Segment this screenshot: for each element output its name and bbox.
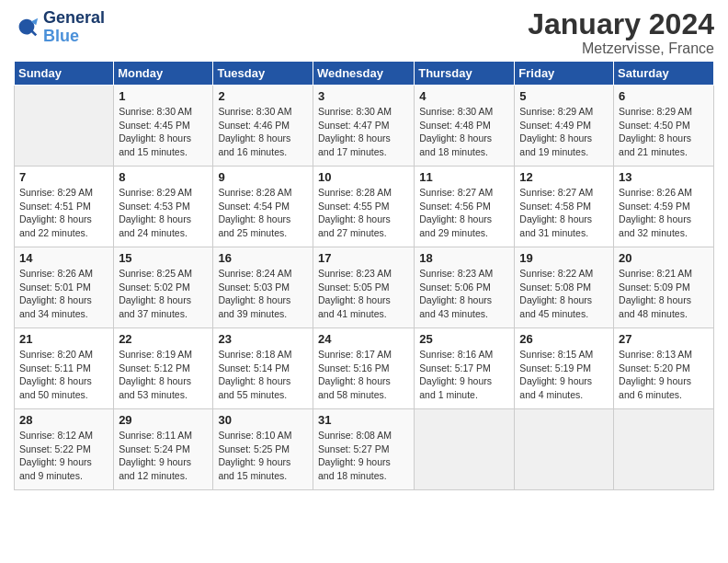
- calendar-cell: 6Sunrise: 8:29 AMSunset: 4:50 PMDaylight…: [614, 86, 714, 167]
- day-info: Sunrise: 8:15 AMSunset: 5:19 PMDaylight:…: [519, 348, 609, 402]
- calendar-cell: 23Sunrise: 8:18 AMSunset: 5:14 PMDayligh…: [213, 328, 313, 409]
- day-info: Sunrise: 8:23 AMSunset: 5:05 PMDaylight:…: [318, 267, 409, 321]
- day-number: 12: [519, 170, 609, 184]
- calendar-cell: 13Sunrise: 8:26 AMSunset: 4:59 PMDayligh…: [614, 167, 714, 247]
- calendar-cell: 1Sunrise: 8:30 AMSunset: 4:45 PMDaylight…: [114, 86, 213, 167]
- calendar-cell: 8Sunrise: 8:29 AMSunset: 4:53 PMDaylight…: [114, 167, 213, 247]
- day-number: 25: [419, 332, 509, 346]
- calendar-week-row: 14Sunrise: 8:26 AMSunset: 5:01 PMDayligh…: [15, 247, 714, 328]
- calendar-cell: 22Sunrise: 8:19 AMSunset: 5:12 PMDayligh…: [114, 328, 213, 409]
- day-info: Sunrise: 8:27 AMSunset: 4:56 PMDaylight:…: [419, 186, 509, 240]
- day-number: 23: [218, 332, 308, 346]
- day-info: Sunrise: 8:29 AMSunset: 4:53 PMDaylight:…: [119, 186, 208, 240]
- day-number: 20: [619, 251, 709, 265]
- day-info: Sunrise: 8:13 AMSunset: 5:20 PMDaylight:…: [619, 348, 709, 402]
- day-number: 18: [419, 251, 509, 265]
- location: Metzervisse, France: [528, 40, 714, 57]
- day-info: Sunrise: 8:23 AMSunset: 5:06 PMDaylight:…: [419, 267, 509, 321]
- day-info: Sunrise: 8:29 AMSunset: 4:50 PMDaylight:…: [619, 105, 709, 159]
- header: General Blue January 2024 Metzervisse, F…: [14, 9, 714, 57]
- calendar-cell: 9Sunrise: 8:28 AMSunset: 4:54 PMDaylight…: [213, 167, 313, 247]
- day-info: Sunrise: 8:19 AMSunset: 5:12 PMDaylight:…: [119, 348, 208, 402]
- day-number: 17: [318, 251, 409, 265]
- day-number: 11: [419, 170, 509, 184]
- logo-icon: [14, 15, 40, 40]
- day-info: Sunrise: 8:10 AMSunset: 5:25 PMDaylight:…: [218, 429, 308, 483]
- day-number: 19: [519, 251, 609, 265]
- calendar-cell: 19Sunrise: 8:22 AMSunset: 5:08 PMDayligh…: [515, 247, 614, 328]
- day-number: 28: [19, 413, 108, 427]
- calendar-header: Sunday Monday Tuesday Wednesday Thursday…: [15, 62, 714, 86]
- day-number: 16: [218, 251, 308, 265]
- calendar-cell: 7Sunrise: 8:29 AMSunset: 4:51 PMDaylight…: [15, 167, 114, 247]
- day-number: 7: [19, 170, 108, 184]
- col-thursday: Thursday: [415, 62, 515, 86]
- day-info: Sunrise: 8:21 AMSunset: 5:09 PMDaylight:…: [619, 267, 709, 321]
- day-info: Sunrise: 8:18 AMSunset: 5:14 PMDaylight:…: [218, 348, 308, 402]
- calendar-cell: 18Sunrise: 8:23 AMSunset: 5:06 PMDayligh…: [415, 247, 515, 328]
- day-number: 6: [619, 89, 709, 103]
- calendar-week-row: 21Sunrise: 8:20 AMSunset: 5:11 PMDayligh…: [15, 328, 714, 409]
- day-info: Sunrise: 8:12 AMSunset: 5:22 PMDaylight:…: [19, 429, 108, 483]
- calendar-cell: 21Sunrise: 8:20 AMSunset: 5:11 PMDayligh…: [15, 328, 114, 409]
- calendar-cell: [415, 409, 515, 490]
- logo: General Blue: [14, 9, 105, 46]
- day-number: 10: [318, 170, 409, 184]
- day-number: 26: [519, 332, 609, 346]
- day-info: Sunrise: 8:30 AMSunset: 4:47 PMDaylight:…: [318, 105, 409, 159]
- col-monday: Monday: [114, 62, 213, 86]
- page-container: General Blue January 2024 Metzervisse, F…: [0, 0, 728, 500]
- calendar: Sunday Monday Tuesday Wednesday Thursday…: [14, 61, 714, 490]
- day-info: Sunrise: 8:29 AMSunset: 4:51 PMDaylight:…: [19, 186, 108, 240]
- calendar-week-row: 1Sunrise: 8:30 AMSunset: 4:45 PMDaylight…: [15, 86, 714, 167]
- calendar-body: 1Sunrise: 8:30 AMSunset: 4:45 PMDaylight…: [15, 86, 714, 490]
- day-info: Sunrise: 8:11 AMSunset: 5:24 PMDaylight:…: [119, 429, 208, 483]
- day-number: 24: [318, 332, 409, 346]
- day-info: Sunrise: 8:28 AMSunset: 4:54 PMDaylight:…: [218, 186, 308, 240]
- day-info: Sunrise: 8:20 AMSunset: 5:11 PMDaylight:…: [19, 348, 108, 402]
- calendar-cell: 10Sunrise: 8:28 AMSunset: 4:55 PMDayligh…: [313, 167, 414, 247]
- calendar-week-row: 7Sunrise: 8:29 AMSunset: 4:51 PMDaylight…: [15, 167, 714, 247]
- title-block: January 2024 Metzervisse, France: [528, 9, 714, 57]
- logo-text: General Blue: [43, 9, 105, 46]
- day-number: 15: [119, 251, 208, 265]
- calendar-week-row: 28Sunrise: 8:12 AMSunset: 5:22 PMDayligh…: [15, 409, 714, 490]
- day-number: 13: [619, 170, 709, 184]
- calendar-cell: 3Sunrise: 8:30 AMSunset: 4:47 PMDaylight…: [313, 86, 414, 167]
- calendar-cell: [515, 409, 614, 490]
- calendar-cell: 28Sunrise: 8:12 AMSunset: 5:22 PMDayligh…: [15, 409, 114, 490]
- day-info: Sunrise: 8:30 AMSunset: 4:48 PMDaylight:…: [419, 105, 509, 159]
- day-info: Sunrise: 8:24 AMSunset: 5:03 PMDaylight:…: [218, 267, 308, 321]
- col-wednesday: Wednesday: [313, 62, 414, 86]
- day-info: Sunrise: 8:27 AMSunset: 4:58 PMDaylight:…: [519, 186, 609, 240]
- day-number: 4: [419, 89, 509, 103]
- day-info: Sunrise: 8:25 AMSunset: 5:02 PMDaylight:…: [119, 267, 208, 321]
- month-title: January 2024: [528, 9, 714, 39]
- day-info: Sunrise: 8:28 AMSunset: 4:55 PMDaylight:…: [318, 186, 409, 240]
- day-info: Sunrise: 8:22 AMSunset: 5:08 PMDaylight:…: [519, 267, 609, 321]
- days-of-week-row: Sunday Monday Tuesday Wednesday Thursday…: [15, 62, 714, 86]
- day-info: Sunrise: 8:29 AMSunset: 4:49 PMDaylight:…: [519, 105, 609, 159]
- day-info: Sunrise: 8:26 AMSunset: 5:01 PMDaylight:…: [19, 267, 108, 321]
- calendar-cell: 5Sunrise: 8:29 AMSunset: 4:49 PMDaylight…: [515, 86, 614, 167]
- day-number: 8: [119, 170, 208, 184]
- day-info: Sunrise: 8:30 AMSunset: 4:45 PMDaylight:…: [119, 105, 208, 159]
- day-number: 21: [19, 332, 108, 346]
- day-number: 31: [318, 413, 409, 427]
- day-number: 30: [218, 413, 308, 427]
- col-saturday: Saturday: [614, 62, 714, 86]
- calendar-cell: 11Sunrise: 8:27 AMSunset: 4:56 PMDayligh…: [415, 167, 515, 247]
- day-number: 29: [119, 413, 208, 427]
- day-number: 9: [218, 170, 308, 184]
- col-tuesday: Tuesday: [213, 62, 313, 86]
- calendar-cell: 4Sunrise: 8:30 AMSunset: 4:48 PMDaylight…: [415, 86, 515, 167]
- calendar-cell: 14Sunrise: 8:26 AMSunset: 5:01 PMDayligh…: [15, 247, 114, 328]
- calendar-cell: 31Sunrise: 8:08 AMSunset: 5:27 PMDayligh…: [313, 409, 414, 490]
- calendar-cell: 25Sunrise: 8:16 AMSunset: 5:17 PMDayligh…: [415, 328, 515, 409]
- day-number: 2: [218, 89, 308, 103]
- col-friday: Friday: [515, 62, 614, 86]
- day-number: 22: [119, 332, 208, 346]
- calendar-cell: 26Sunrise: 8:15 AMSunset: 5:19 PMDayligh…: [515, 328, 614, 409]
- calendar-cell: [614, 409, 714, 490]
- day-number: 27: [619, 332, 709, 346]
